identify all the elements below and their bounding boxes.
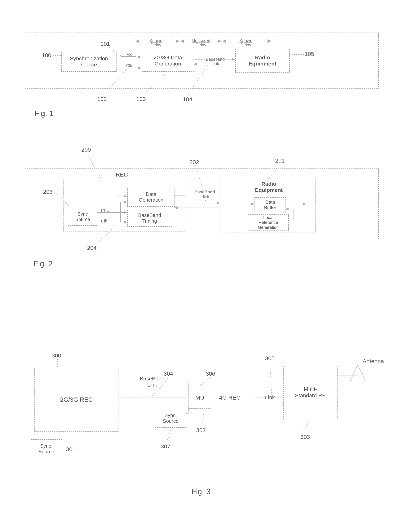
- svg-line-51: [186, 413, 192, 413]
